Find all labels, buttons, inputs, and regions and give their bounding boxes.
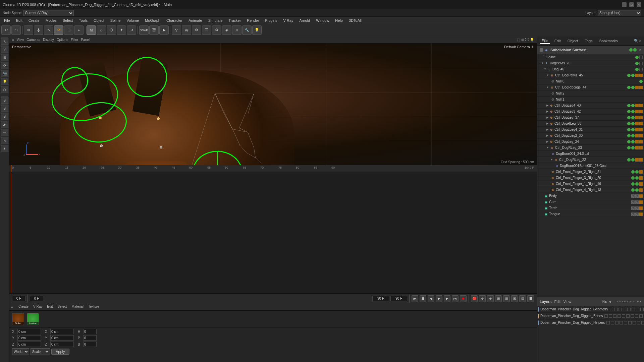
viewport-icon-2[interactable]: ⊞ xyxy=(521,38,524,42)
tree-item-ctrl-dogpelvis45[interactable]: ▼ ⊕ Ctrl_DogPelvis_45 xyxy=(537,72,644,78)
sidebar-pointer-btn[interactable]: ↖ xyxy=(1,38,8,45)
tree-item-dog46[interactable]: ▼ ○ Dog_46 xyxy=(537,66,644,72)
vray-btn-5[interactable]: ♻ xyxy=(212,25,221,35)
viewport-filter-menu[interactable]: Filter xyxy=(71,38,78,42)
menu-create[interactable]: Create xyxy=(26,18,42,23)
tree-item-null1[interactable]: ∅ Null.1 xyxy=(537,97,644,103)
keyframe-btn-6[interactable]: ⊠ xyxy=(511,295,518,302)
material-swatch-lambe[interactable]: lambe xyxy=(27,313,39,325)
keyframe-btn-1[interactable]: 🔴 xyxy=(471,295,478,302)
tree-item-spline[interactable]: ⌒ Spline xyxy=(537,54,644,60)
menu-vray[interactable]: V-Ray xyxy=(280,18,296,23)
snap-button[interactable]: SNAP xyxy=(139,25,149,35)
b-input[interactable] xyxy=(83,342,97,347)
apply-button[interactable]: Apply xyxy=(51,349,69,355)
keyframe-btn-3[interactable]: ⊕ xyxy=(487,295,494,302)
play-reverse-button[interactable]: ⏸ xyxy=(420,295,426,302)
fold-arrow[interactable]: ▼ xyxy=(546,86,549,89)
tree-item-ctrl-dogllleg2-30[interactable]: ▶ ⊕ Ctrl_DogLLeg2_30 xyxy=(537,133,644,139)
sidebar-sculpt-btn[interactable]: ✏ xyxy=(1,129,8,136)
menu-file[interactable]: File xyxy=(1,18,13,23)
scale-button[interactable]: ⤡ xyxy=(44,25,53,35)
vray-btn-1[interactable]: V xyxy=(172,25,181,35)
menu-select[interactable]: Select xyxy=(60,18,76,23)
tree-item-ctrl-dogleg24[interactable]: ▶ ⊕ Ctrl_DogLeg_24 xyxy=(537,139,644,145)
render-view-button[interactable]: 🎬 xyxy=(149,25,159,35)
viewport-menu-btn[interactable]: ≡ xyxy=(12,38,14,42)
object-mode-button[interactable]: ○ xyxy=(97,25,106,35)
layer-item-geometry[interactable]: Doberman_Pinscher_Dog_Rigged_Geometry xyxy=(537,306,644,313)
tree-item-finger1-right19[interactable]: ⊕ Ctrl_Front_Finger_1_Right_19 xyxy=(537,181,644,187)
menu-help[interactable]: Help xyxy=(332,18,345,23)
keyframe-btn-4[interactable]: ⊞ xyxy=(495,295,502,302)
tree-item-ctrl-dogrleg22[interactable]: ▼ ⊕ Ctrl_DogRLeg_22 xyxy=(537,157,644,163)
viewport-icon-4[interactable]: 💡 xyxy=(530,38,534,42)
material-swatch-dobe[interactable]: Dobe xyxy=(12,313,24,325)
record-button[interactable]: ⏺ xyxy=(460,295,467,302)
mat-menu-texture[interactable]: Texture xyxy=(86,304,101,309)
menu-plugins[interactable]: Plugins xyxy=(262,18,280,23)
new-button[interactable]: + xyxy=(74,25,84,35)
mat-menu-material[interactable]: Material xyxy=(69,304,86,309)
fold-arrow[interactable]: ▶ xyxy=(546,128,548,131)
fold-arrow[interactable]: ▶ xyxy=(546,110,548,113)
mat-menu-create[interactable]: Create xyxy=(16,304,31,309)
tab-bookmarks[interactable]: Bookmarks xyxy=(597,38,620,44)
transform-space-select[interactable]: World Object xyxy=(12,348,29,355)
tree-item-body[interactable]: ▣ Body xyxy=(537,193,644,199)
start-frame-input[interactable] xyxy=(372,296,389,301)
p-input[interactable] xyxy=(83,335,97,341)
object-tree[interactable]: ⌒ Spline ▼ ⌖ DogPelvis_70 xyxy=(537,54,644,297)
menu-arnold[interactable]: Arnold xyxy=(297,18,313,23)
mat-menu-vray[interactable]: V-Ray xyxy=(31,304,44,309)
fold-arrow[interactable]: ▶ xyxy=(546,122,548,125)
tree-item-finger3-right20[interactable]: ⊕ Ctrl_Front_Finger_3_Right_20 xyxy=(537,175,644,181)
rotate-button[interactable]: ⟳ xyxy=(54,25,63,35)
tree-item-ctrl-dogleg3-42[interactable]: ▶ ⊕ Ctrl_DogLeg3_42 xyxy=(537,109,644,115)
frame-field[interactable] xyxy=(30,296,43,301)
fold-arrow[interactable]: ▼ xyxy=(546,74,549,77)
keyframe-btn-2[interactable]: ⊙ xyxy=(479,295,486,302)
keyframe-btn-7[interactable]: ⊡ xyxy=(519,295,526,302)
transform-type-select[interactable]: Scale Position xyxy=(31,348,50,355)
tree-item-dogbone001-23-goal[interactable]: ⊗ DogBone001Bone001_23.Goal xyxy=(537,163,644,169)
tab-edit[interactable]: Edit xyxy=(552,38,563,44)
x2-input[interactable] xyxy=(50,329,74,334)
tree-item-teeth[interactable]: ▣ Teeth xyxy=(537,205,644,211)
node-space-select[interactable]: Current (V-Ray) xyxy=(23,10,74,16)
render-button[interactable]: ▶ xyxy=(159,25,169,35)
next-frame-button[interactable]: ▶ xyxy=(444,295,450,302)
object-axis-button[interactable]: ⊞ xyxy=(64,25,73,35)
keyframe-btn-8[interactable]: ☰ xyxy=(527,295,534,302)
sidebar-s3-btn[interactable]: S xyxy=(1,113,8,120)
menu-render[interactable]: Render xyxy=(244,18,262,23)
sidebar-rotate-btn[interactable]: ⟳ xyxy=(1,62,8,69)
live-select-button[interactable]: ⊕ xyxy=(24,25,33,35)
subdiv-close-icon[interactable]: ✕ xyxy=(639,48,641,52)
fold-arrow[interactable]: ▼ xyxy=(546,146,549,149)
tree-item-ctrl-dogrleg36[interactable]: ▶ ⊕ Ctrl_DogRLeg_36 xyxy=(537,121,644,127)
menu-character[interactable]: Character xyxy=(164,18,185,23)
viewport[interactable]: Perspective Default Camera ✳ Grid Spacin… xyxy=(9,44,537,165)
viewport-panel-menu[interactable]: Panel xyxy=(81,38,90,42)
tree-item-ctrl-dogrleg23[interactable]: ▼ ⊕ Ctrl_DogRLeg_23 xyxy=(537,145,644,151)
tab-file[interactable]: File xyxy=(540,38,550,44)
menu-tracker[interactable]: Tracker xyxy=(226,18,244,23)
tree-item-gum[interactable]: ▣ Gum xyxy=(537,199,644,205)
sidebar-paint-btn[interactable]: 🖌 xyxy=(1,121,8,128)
menu-animate[interactable]: Animate xyxy=(186,18,205,23)
tree-item-null0[interactable]: ∅ Null.0 xyxy=(537,78,644,84)
texture-mode-button[interactable]: ⬡ xyxy=(107,25,116,35)
z-input[interactable] xyxy=(17,342,41,347)
viewport-options-menu[interactable]: Options xyxy=(57,38,68,42)
layer-item-helpers[interactable]: Doberman_Pinscher_Dog_Rigged_Helpers xyxy=(537,319,644,326)
fold-arrow[interactable]: ▼ xyxy=(550,158,553,161)
menu-object[interactable]: Object xyxy=(91,18,107,23)
sidebar-s2-btn[interactable]: S xyxy=(1,105,8,112)
layer-item-bones[interactable]: Doberman_Pinscher_Dog_Rigged_Bones xyxy=(537,313,644,319)
tab-tags[interactable]: Tags xyxy=(583,38,595,44)
prev-frame-button[interactable]: ◀ xyxy=(428,295,434,302)
current-frame-input[interactable] xyxy=(12,296,25,301)
menu-modes[interactable]: Modes xyxy=(43,18,59,23)
vray-btn-6[interactable]: ◈ xyxy=(222,25,231,35)
